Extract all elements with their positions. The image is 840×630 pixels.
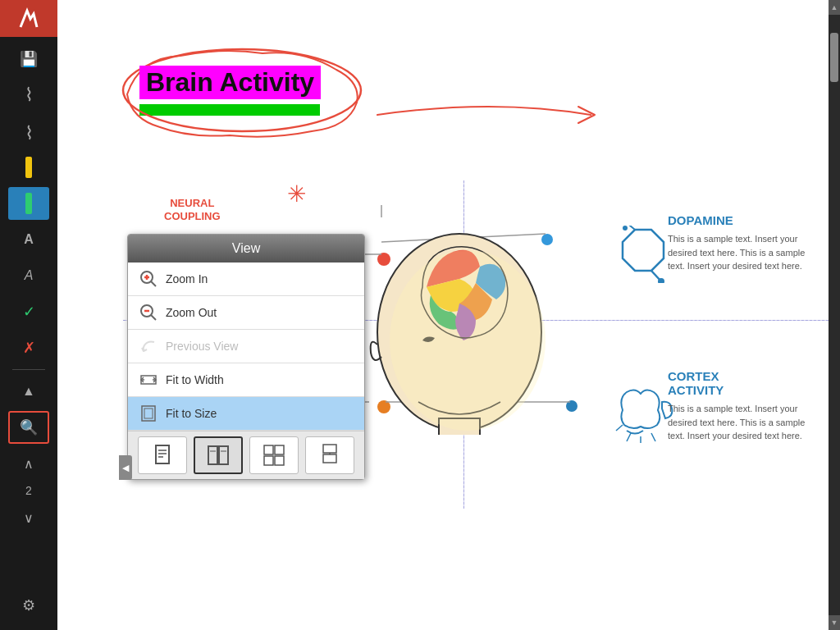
svg-rect-0 (14, 4, 43, 34)
expand-icon: ∧ (24, 456, 34, 472)
text-a2-icon: A (25, 268, 34, 283)
fit-to-width-item[interactable]: Fit to Width (128, 363, 364, 397)
svg-rect-40 (275, 445, 284, 454)
text-a1-icon: A (24, 232, 34, 247)
fit-to-width-label: Fit to Width (166, 373, 224, 386)
expand-button[interactable]: ∧ (8, 447, 49, 480)
down-arrow-icon: ∨ (24, 510, 34, 526)
zoom-in-item[interactable]: Zoom In (128, 262, 364, 296)
wave1-icon: ⌇ (25, 84, 34, 106)
marker-button[interactable] (8, 151, 49, 184)
save-icon: 💾 (20, 50, 38, 68)
app-logo (0, 0, 57, 37)
fit-to-size-label: Fit to Size (166, 407, 217, 420)
svg-rect-36 (219, 446, 228, 464)
check-button[interactable]: ✓ (8, 295, 49, 328)
sidebar: 💾 ⌇ ⌇ A A ✓ ✗ ▲ 🔍 ∧ 2 ∨ ⚙ (0, 0, 57, 630)
text-a1-button[interactable]: A (8, 223, 49, 256)
svg-rect-41 (264, 456, 273, 465)
view-menu: View Zoom In Zoom Ou (127, 234, 365, 480)
two-page-button[interactable] (194, 436, 243, 474)
fit-size-icon (139, 404, 158, 422)
zoom-out-label: Zoom Out (166, 306, 217, 319)
cortex-title: CORTEXACTIVITY (668, 369, 824, 397)
scrollbar[interactable]: ▲ ▼ (829, 0, 840, 630)
neural-star: ✳ (287, 180, 306, 208)
cross-icon: ✗ (23, 339, 35, 357)
svg-rect-44 (323, 454, 336, 463)
zoom-out-icon (139, 304, 158, 322)
svg-line-18 (616, 425, 623, 431)
scroll-up-button[interactable]: ▲ (8, 375, 49, 408)
cortex-info: CORTEXACTIVITY This is a sample text. In… (668, 369, 824, 443)
scroll-down-button[interactable]: ∨ (8, 501, 49, 534)
zoom-out-item[interactable]: Zoom Out (128, 296, 364, 330)
settings-icon: ⚙ (22, 596, 35, 614)
svg-line-17 (651, 433, 655, 441)
dopamine-title: DOPAMINE (668, 213, 824, 227)
scroll-down-arrow[interactable]: ▼ (829, 615, 840, 630)
title-area: Brain Activity (139, 66, 321, 116)
zoom-in-label: Zoom In (166, 272, 208, 285)
settings-button[interactable]: ⚙ (8, 589, 49, 622)
cortex-text: This is a sample text. Insert your desir… (668, 402, 824, 443)
grid-view-button[interactable] (249, 436, 299, 474)
up-arrow-icon: ▲ (22, 384, 35, 399)
scroll-thumb[interactable] (830, 33, 838, 82)
svg-marker-10 (623, 230, 664, 271)
marker-icon (25, 157, 32, 178)
zoom-in-icon (139, 270, 158, 288)
svg-rect-39 (264, 445, 273, 454)
check-icon: ✓ (23, 303, 35, 321)
wave2-icon: ⌇ (25, 121, 34, 142)
scroll-up-arrow[interactable]: ▲ (829, 0, 840, 15)
svg-rect-31 (156, 445, 169, 463)
text-a2-button[interactable]: A (8, 259, 49, 292)
scroll-view-button[interactable] (305, 436, 354, 474)
layout-icons-row (128, 431, 364, 479)
search-button[interactable]: 🔍 (8, 411, 49, 444)
fit-to-size-item[interactable]: Fit to Size (128, 397, 364, 431)
svg-point-14 (623, 226, 628, 231)
svg-rect-43 (323, 445, 336, 453)
logo-icon (14, 4, 43, 34)
svg-rect-35 (208, 446, 217, 464)
previous-view-label: Previous View (166, 340, 238, 353)
svg-line-15 (627, 433, 631, 441)
brain-activity-title: Brain Activity (139, 66, 321, 99)
svg-rect-30 (144, 409, 153, 418)
arrow-annotation (369, 90, 615, 139)
collapse-menu-arrow[interactable]: ◀ (119, 455, 132, 480)
svg-line-25 (151, 315, 156, 320)
main-content: Brain Activity NEURAL COUPLING ✳ (57, 0, 840, 630)
highlight-button[interactable] (8, 187, 49, 220)
divider-1 (12, 369, 45, 370)
search-icon: 🔍 (20, 418, 38, 436)
page-number: 2 (25, 484, 32, 497)
molecule-dopamine (610, 226, 676, 286)
view-menu-title: View (128, 235, 364, 262)
single-page-button[interactable] (138, 436, 187, 474)
dopamine-text: This is a sample text. Insert your desir… (668, 232, 824, 273)
svg-point-9 (390, 250, 546, 431)
fit-width-icon (139, 371, 158, 389)
highlight-icon (25, 193, 32, 214)
previous-view-item[interactable]: Previous View (128, 330, 364, 363)
save-button[interactable]: 💾 (8, 43, 49, 75)
wave-tool-1-button[interactable]: ⌇ (8, 79, 49, 112)
wave-tool-2-button[interactable]: ⌇ (8, 115, 49, 148)
dopamine-info: DOPAMINE This is a sample text. Insert y… (668, 213, 824, 273)
svg-rect-42 (275, 456, 284, 465)
previous-view-icon (139, 337, 158, 355)
svg-line-22 (151, 281, 156, 286)
brain-diagram (345, 205, 574, 435)
cross-button[interactable]: ✗ (8, 331, 49, 364)
